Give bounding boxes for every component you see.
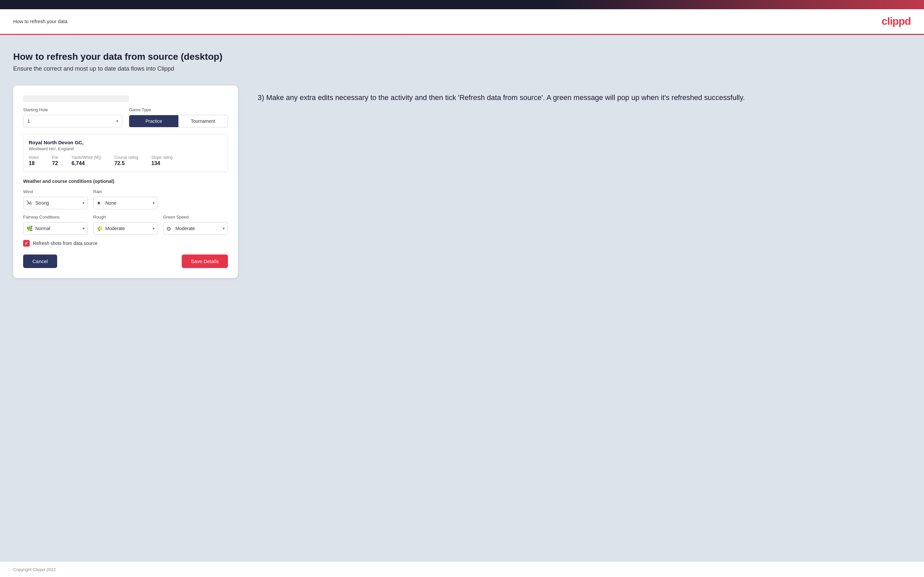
yards-label: Yards/White (M)) [71,155,101,160]
course-name: Royal North Devon GC, [29,140,222,145]
button-row: Cancel Save Details [23,255,228,268]
rain-select[interactable]: None Light Heavy [93,197,158,209]
course-rating-label: Course rating [114,155,138,160]
fairway-select[interactable]: Normal Soft Firm [23,222,88,235]
stat-yards: Yards/White (M)) 6,744 [71,155,101,166]
checkmark-icon: ✓ [24,241,28,246]
form-row-top: Starting Hole 1 10 ▾ Game Type Practice … [23,107,228,127]
wind-select-wrapper: 🌬 Strong Light None ▾ [23,197,88,209]
refresh-checkbox-label: Refresh shots from data source [33,241,97,246]
game-type-group: Game Type Practice Tournament [129,107,228,127]
footer-copyright: Copyright Clippd 2022 [13,567,56,572]
green-speed-select[interactable]: Moderate Slow Fast [163,222,228,235]
stat-holes: Holes 18 [29,155,39,166]
form-card: Starting Hole 1 10 ▾ Game Type Practice … [13,85,238,278]
game-type-label: Game Type [129,107,228,112]
tournament-button[interactable]: Tournament [178,115,228,127]
main-content: How to refresh your data from source (de… [0,35,924,561]
top-hint-bar [23,95,129,102]
course-location: Westward Ho!, England [29,146,222,151]
slope-rating-value: 134 [151,160,173,166]
starting-hole-group: Starting Hole 1 10 ▾ [23,107,122,127]
course-info-box: Royal North Devon GC, Westward Ho!, Engl… [23,134,228,172]
wind-select[interactable]: Strong Light None [23,197,88,209]
wind-group: Wind 🌬 Strong Light None ▾ [23,189,88,209]
course-rating-value: 72.5 [114,160,138,166]
holes-label: Holes [29,155,39,160]
practice-button[interactable]: Practice [129,115,178,127]
top-bar [0,0,924,9]
save-details-button[interactable]: Save Details [182,255,228,268]
weather-row-2: Fairway Conditions 🌿 Normal Soft Firm ▾ … [23,214,228,235]
rough-select-wrapper: 🌾 Moderate Light Heavy ▾ [93,222,158,235]
starting-hole-select[interactable]: 1 10 [23,115,122,127]
green-speed-select-wrapper: ⊙ Moderate Slow Fast ▾ [163,222,228,235]
fairway-group: Fairway Conditions 🌿 Normal Soft Firm ▾ [23,214,88,235]
yards-value: 6,744 [71,160,101,166]
starting-hole-label: Starting Hole [23,107,122,112]
slope-rating-label: Slope rating [151,155,173,160]
green-speed-group: Green Speed ⊙ Moderate Slow Fast ▾ [163,214,228,235]
rough-select[interactable]: Moderate Light Heavy [93,222,158,235]
footer: Copyright Clippd 2022 [0,561,924,577]
page-title: How to refresh your data from source (de… [13,52,911,62]
weather-section-title: Weather and course conditions (optional) [23,179,228,184]
course-stats: Holes 18 Par 72 Yards/White (M)) 6,744 C… [29,155,222,166]
page-subtitle: Ensure the correct and most up to date d… [13,65,911,72]
rough-group: Rough 🌾 Moderate Light Heavy ▾ [93,214,158,235]
cancel-button[interactable]: Cancel [23,255,57,268]
rain-select-wrapper: ☀ None Light Heavy ▾ [93,197,158,209]
stat-par: Par 72 [52,155,58,166]
par-label: Par [52,155,58,160]
rain-label: Rain [93,189,158,194]
fairway-label: Fairway Conditions [23,214,88,219]
green-speed-label: Green Speed [163,214,228,219]
refresh-checkbox[interactable]: ✓ [23,240,30,247]
stat-course-rating: Course rating 72.5 [114,155,138,166]
game-type-buttons: Practice Tournament [129,115,228,127]
rough-label: Rough [93,214,158,219]
header-title: How to refresh your data [13,18,68,24]
refresh-checkbox-row: ✓ Refresh shots from data source [23,240,228,247]
starting-hole-select-wrapper: 1 10 ▾ [23,115,122,127]
logo: clippd [882,15,911,27]
holes-value: 18 [29,160,39,166]
fairway-select-wrapper: 🌿 Normal Soft Firm ▾ [23,222,88,235]
rain-group: Rain ☀ None Light Heavy ▾ [93,189,158,209]
wind-label: Wind [23,189,88,194]
weather-row-1: Wind 🌬 Strong Light None ▾ Rain ☀ [23,189,228,209]
header: How to refresh your data clippd [0,9,924,34]
par-value: 72 [52,160,58,166]
side-text: 3) Make any extra edits necessary to the… [258,85,911,103]
content-row: Starting Hole 1 10 ▾ Game Type Practice … [13,85,911,278]
side-description: 3) Make any extra edits necessary to the… [258,92,911,103]
empty-group [163,189,228,209]
stat-slope-rating: Slope rating 134 [151,155,173,166]
